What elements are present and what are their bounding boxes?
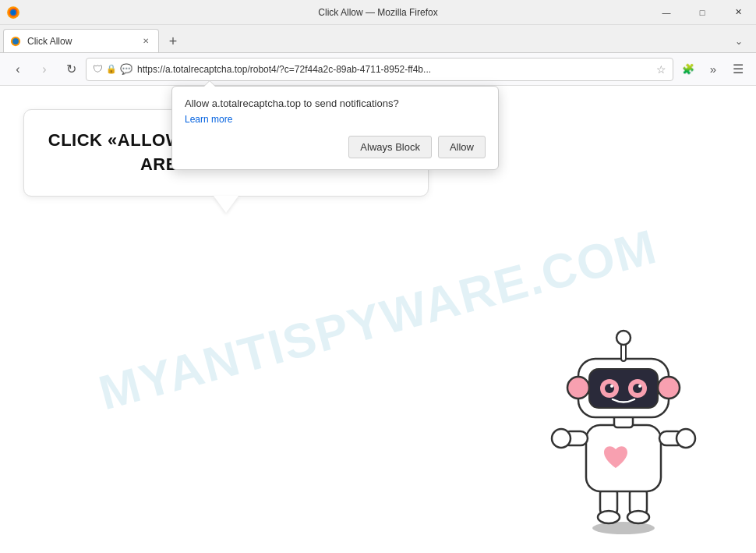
new-tab-button[interactable]: + — [162, 30, 184, 52]
svg-point-19 — [567, 377, 589, 399]
allow-button[interactable]: Allow — [438, 136, 486, 158]
svg-point-22 — [616, 331, 631, 345]
bookmark-star-icon[interactable]: ☆ — [656, 63, 666, 76]
svg-point-14 — [552, 429, 571, 448]
notification-buttons: Always Block Allow — [185, 136, 486, 158]
firefox-logo-icon — [6, 5, 20, 19]
titlebar-left — [6, 5, 20, 19]
maximize-button[interactable]: □ — [684, 0, 720, 25]
menu-button[interactable]: ☰ — [726, 58, 750, 81]
active-tab[interactable]: Click Allow ✕ — [3, 29, 159, 52]
tab-list-button[interactable]: ⌄ — [728, 30, 750, 52]
notification-question: Allow a.totalrecaptcha.top to send notif… — [185, 97, 486, 109]
svg-point-11 — [627, 511, 649, 523]
more-tools-button[interactable]: » — [701, 58, 725, 81]
robot-illustration — [538, 316, 709, 537]
forward-button[interactable]: › — [33, 58, 56, 81]
tab-close-button[interactable]: ✕ — [140, 35, 152, 48]
svg-point-29 — [638, 385, 641, 388]
tab-label: Click Allow — [27, 36, 72, 47]
learn-more-link[interactable]: Learn more — [185, 114, 486, 125]
address-bar[interactable]: 🛡 🔒 💬 https://a.totalrecaptcha.top/robot… — [86, 58, 673, 81]
nav-right-buttons: 🧩 » ☰ — [677, 58, 750, 81]
lock-icon: 🔒 — [106, 64, 117, 74]
titlebar-title: Click Allow — Mozilla Firefox — [318, 7, 437, 18]
svg-point-28 — [610, 385, 613, 388]
always-block-button[interactable]: Always Block — [348, 136, 432, 158]
reload-button[interactable]: ↻ — [59, 58, 83, 81]
titlebar: Click Allow — Mozilla Firefox — □ ✕ — [0, 0, 756, 25]
svg-point-10 — [598, 511, 620, 523]
extensions-button[interactable]: 🧩 — [677, 58, 700, 81]
notification-permissions-icon: 💬 — [120, 63, 132, 75]
shield-icon: 🛡 — [93, 63, 103, 75]
svg-point-20 — [658, 377, 680, 399]
notification-popup: Allow a.totalrecaptcha.top to send notif… — [171, 86, 499, 170]
svg-point-7 — [592, 522, 655, 534]
tab-favicon-icon — [10, 36, 21, 47]
svg-point-4 — [11, 10, 16, 15]
url-text: https://a.totalrecaptcha.top/robot4/?c=7… — [137, 64, 652, 75]
tabbar: Click Allow ✕ + ⌄ — [0, 25, 756, 53]
close-button[interactable]: ✕ — [720, 0, 756, 25]
address-security-icons: 🛡 🔒 💬 — [93, 63, 132, 75]
svg-point-16 — [677, 429, 695, 448]
robot-svg-icon — [538, 316, 709, 534]
back-button[interactable]: ‹ — [6, 58, 30, 81]
navbar: ‹ › ↻ 🛡 🔒 💬 https://a.totalrecaptcha.top… — [0, 53, 756, 86]
titlebar-controls: — □ ✕ — [648, 0, 756, 25]
svg-point-6 — [12, 38, 19, 44]
minimize-button[interactable]: — — [648, 0, 684, 25]
